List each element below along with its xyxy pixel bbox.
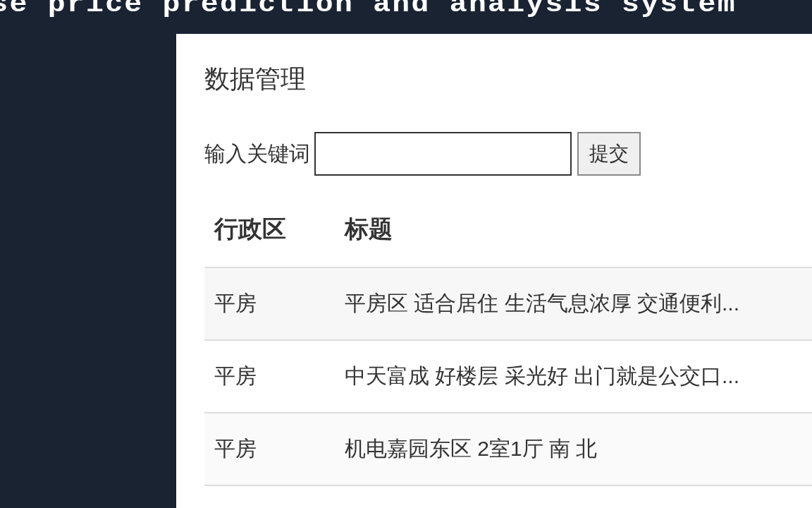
- submit-button[interactable]: 提交: [577, 132, 641, 176]
- table-header-row: 行政区 标题: [204, 200, 812, 267]
- cell-title: 中天富成 好楼层 采光好 出门就是公交口...: [335, 340, 812, 413]
- cell-district: 平房: [204, 340, 335, 413]
- body-wrapper: 数据管理 输入关键词 提交 行政区 标题 平房 平房区 适合居住 生活气息浓厚 …: [0, 34, 812, 508]
- table-row[interactable]: 平房 机电嘉园东区 2室1厅 南 北: [204, 413, 812, 485]
- page-title: 数据管理: [204, 62, 812, 97]
- search-label: 输入关键词: [204, 140, 310, 169]
- main-content: 数据管理 输入关键词 提交 行政区 标题 平房 平房区 适合居住 生活气息浓厚 …: [176, 34, 812, 508]
- cell-title: 平房区 适合居住 生活气息浓厚 交通便利...: [335, 267, 812, 340]
- cell-title: 机电嘉园东区 2室1厅 南 北: [335, 413, 812, 485]
- cell-district: 平房: [204, 413, 335, 485]
- table-row[interactable]: 平房 中天富成 好楼层 采光好 出门就是公交口...: [204, 340, 812, 413]
- search-row: 输入关键词 提交: [204, 132, 812, 176]
- search-input[interactable]: [314, 132, 572, 176]
- cell-district: 平房: [204, 267, 335, 340]
- col-header-district: 行政区: [204, 200, 335, 267]
- data-table: 行政区 标题 平房 平房区 适合居住 生活气息浓厚 交通便利... 平房 中天富…: [204, 200, 812, 486]
- sidebar: [0, 34, 176, 508]
- col-header-title: 标题: [335, 200, 812, 267]
- app-header: ouse price prediction and analysis syste…: [0, 0, 812, 34]
- table-row[interactable]: 平房 平房区 适合居住 生活气息浓厚 交通便利...: [204, 267, 812, 340]
- app-title: ouse price prediction and analysis syste…: [0, 0, 737, 19]
